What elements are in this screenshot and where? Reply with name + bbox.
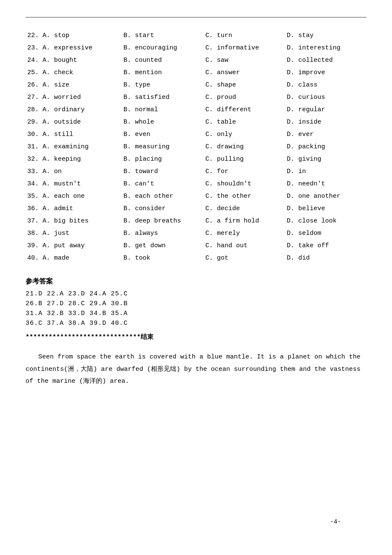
option-b: B. mention	[122, 66, 204, 79]
table-row: 36. A. admit B. consider C. decide D. be…	[26, 202, 366, 215]
option-c: C. different	[204, 104, 285, 116]
top-divider	[26, 17, 366, 17]
table-row: 38. A. just B. always C. merely D. seldo…	[26, 227, 366, 240]
question-number: 31.	[26, 141, 41, 153]
option-d: D. seldom	[285, 227, 366, 240]
option-c: C. pulling	[204, 153, 285, 165]
table-row: 26. A. size B. type C. shape D. class	[26, 79, 366, 91]
table-row: 33. A. on B. toward C. for D. in	[26, 165, 366, 178]
question-number: 37.	[26, 215, 41, 227]
table-row: 31. A. examining B. measuring C. drawing…	[26, 141, 366, 153]
answer-title: 参考答案	[26, 277, 366, 286]
option-b: B. consider	[122, 202, 204, 215]
option-a: A. outside	[41, 116, 122, 128]
table-row: 25. A. check B. mention C. answer D. imp…	[26, 66, 366, 79]
option-c: C. decide	[204, 202, 285, 215]
option-d: D. class	[285, 79, 366, 91]
option-d: D. needn't	[285, 178, 366, 190]
option-a: A. size	[41, 79, 122, 91]
option-c: C. table	[204, 116, 285, 128]
question-number: 24.	[26, 54, 41, 66]
answer-row: 21.D 22.A 23.D 24.A 25.C	[26, 290, 366, 298]
answer-row: 31.A 32.B 33.D 34.B 35.A	[26, 310, 366, 317]
option-a: A. check	[41, 66, 122, 79]
answer-row: 26.B 27.D 28.C 29.A 30.B	[26, 300, 366, 307]
option-d: D. believe	[285, 202, 366, 215]
option-c: C. a firm hold	[204, 215, 285, 227]
option-d: D. take off	[285, 240, 366, 252]
option-a: A. stop	[41, 29, 122, 42]
question-number: 36.	[26, 202, 41, 215]
option-b: B. encouraging	[122, 42, 204, 54]
table-row: 39. A. put away B. get down C. hand out …	[26, 240, 366, 252]
table-row: 40. A. made B. took C. got D. did	[26, 252, 366, 264]
question-number: 28.	[26, 104, 41, 116]
option-d: D. close look	[285, 215, 366, 227]
option-b: B. get down	[122, 240, 204, 252]
option-a: A. keeping	[41, 153, 122, 165]
option-b: B. normal	[122, 104, 204, 116]
table-row: 28. A. ordinary B. normal C. different D…	[26, 104, 366, 116]
question-number: 39.	[26, 240, 41, 252]
option-a: A. ordinary	[41, 104, 122, 116]
option-b: B. placing	[122, 153, 204, 165]
option-b: B. always	[122, 227, 204, 240]
option-d: D. interesting	[285, 42, 366, 54]
option-a: A. expressive	[41, 42, 122, 54]
option-a: A. just	[41, 227, 122, 240]
option-a: A. examining	[41, 141, 122, 153]
option-c: C. merely	[204, 227, 285, 240]
table-row: 24. A. bought B. counted C. saw D. colle…	[26, 54, 366, 66]
option-b: B. satisfied	[122, 91, 204, 104]
option-a: A. still	[41, 128, 122, 141]
table-row: 35. A. each one B. each other C. the oth…	[26, 190, 366, 202]
end-line: ******************************结束	[26, 333, 366, 341]
answer-row: 36.C 37.A 38.A 39.D 40.C	[26, 320, 366, 327]
option-d: D. inside	[285, 116, 366, 128]
answer-rows: 21.D 22.A 23.D 24.A 25.C26.B 27.D 28.C 2…	[26, 290, 366, 327]
question-number: 40.	[26, 252, 41, 264]
option-b: B. counted	[122, 54, 204, 66]
table-row: 29. A. outside B. whole C. table D. insi…	[26, 116, 366, 128]
option-c: C. only	[204, 128, 285, 141]
option-c: C. got	[204, 252, 285, 264]
option-c: C. turn	[204, 29, 285, 42]
question-number: 33.	[26, 165, 41, 178]
table-row: 32. A. keeping B. placing C. pulling D. …	[26, 153, 366, 165]
question-number: 29.	[26, 116, 41, 128]
option-b: B. type	[122, 79, 204, 91]
question-number: 25.	[26, 66, 41, 79]
questions-table: 22. A. stop B. start C. turn D. stay 23.…	[26, 29, 366, 264]
option-d: D. stay	[285, 29, 366, 42]
option-c: C. answer	[204, 66, 285, 79]
option-d: D. improve	[285, 66, 366, 79]
option-b: B. toward	[122, 165, 204, 178]
option-b: B. can't	[122, 178, 204, 190]
option-c: C. saw	[204, 54, 285, 66]
option-b: B. measuring	[122, 141, 204, 153]
option-d: D. in	[285, 165, 366, 178]
option-c: C. informative	[204, 42, 285, 54]
option-a: A. mustn't	[41, 178, 122, 190]
question-number: 26.	[26, 79, 41, 91]
option-b: B. even	[122, 128, 204, 141]
option-c: C. hand out	[204, 240, 285, 252]
option-c: C. the other	[204, 190, 285, 202]
option-d: D. did	[285, 252, 366, 264]
question-number: 23.	[26, 42, 41, 54]
question-number: 27.	[26, 91, 41, 104]
question-number: 35.	[26, 190, 41, 202]
option-d: D. packing	[285, 141, 366, 153]
option-c: C. drawing	[204, 141, 285, 153]
question-number: 34.	[26, 178, 41, 190]
table-row: 37. A. big bites B. deep breaths C. a fi…	[26, 215, 366, 227]
question-number: 22.	[26, 29, 41, 42]
table-row: 27. A. worried B. satisfied C. proud D. …	[26, 91, 366, 104]
option-a: A. on	[41, 165, 122, 178]
option-a: A. made	[41, 252, 122, 264]
option-c: C. proud	[204, 91, 285, 104]
option-a: A. each one	[41, 190, 122, 202]
option-d: D. curious	[285, 91, 366, 104]
option-b: B. deep breaths	[122, 215, 204, 227]
option-c: C. shouldn't	[204, 178, 285, 190]
